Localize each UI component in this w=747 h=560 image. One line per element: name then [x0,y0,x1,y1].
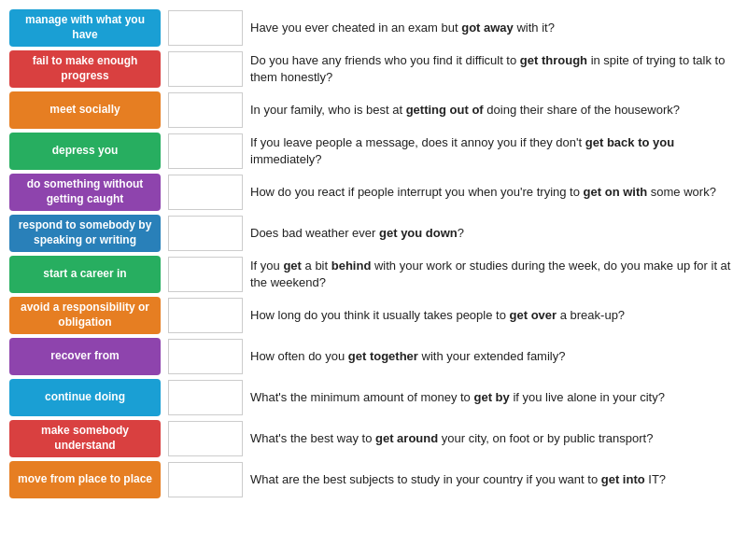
question-text-q12: What are the best subjects to study in y… [250,471,738,488]
question-text-q7: If you get a bit behind with your work o… [250,258,738,291]
label-avoid[interactable]: avoid a responsibility or obligation [9,297,161,334]
answer-input-q5[interactable] [168,175,243,210]
question-text-q1: Have you ever cheated in an exam but got… [250,20,738,36]
label-recover-from[interactable]: recover from [9,338,161,375]
answer-input-q12[interactable] [168,462,243,497]
question-text-q3: In your family, who is best at getting o… [250,102,738,119]
question-text-q11: What's the best way to get around your c… [250,430,738,447]
label-meet-socially[interactable]: meet socially [9,91,161,129]
question-row-q5: How do you react if people interrupt you… [168,174,738,211]
label-depress-you[interactable]: depress you [9,133,161,170]
question-row-q9: How often do you get together with your … [168,338,738,375]
label-fail-to-make[interactable]: fail to make enough progress [9,50,161,88]
label-continue-doing[interactable]: continue doing [9,379,161,416]
main-container: manage with what you havefail to make en… [9,9,738,498]
question-row-q1: Have you ever cheated in an exam but got… [168,9,738,47]
answer-input-q10[interactable] [168,380,243,415]
question-text-q9: How often do you get together with your … [250,348,738,365]
label-start-career[interactable]: start a career in [9,256,161,293]
question-row-q12: What are the best subjects to study in y… [168,461,738,498]
label-make-somebody[interactable]: make somebody understand [9,420,161,457]
questions-column: Have you ever cheated in an exam but got… [168,9,738,498]
question-row-q7: If you get a bit behind with your work o… [168,256,738,293]
answer-input-q3[interactable] [168,92,243,128]
label-move-from[interactable]: move from place to place [9,461,161,498]
question-text-q8: How long do you think it usually takes p… [250,307,738,324]
question-row-q2: Do you have any friends who you find it … [168,50,738,88]
labels-column: manage with what you havefail to make en… [9,9,161,498]
answer-input-q4[interactable] [168,133,243,169]
answer-input-q9[interactable] [168,339,243,374]
question-row-q6: Does bad weather ever get you down? [168,215,738,252]
question-row-q3: In your family, who is best at getting o… [168,91,738,129]
question-text-q10: What's the minimum amount of money to ge… [250,389,738,406]
question-text-q5: How do you react if people interrupt you… [250,184,738,201]
question-text-q4: If you leave people a message, does it a… [250,134,738,168]
question-text-q2: Do you have any friends who you find it … [250,52,738,86]
answer-input-q1[interactable] [168,10,243,46]
answer-input-q6[interactable] [168,216,243,251]
answer-input-q11[interactable] [168,421,243,456]
answer-input-q8[interactable] [168,298,243,333]
question-row-q4: If you leave people a message, does it a… [168,133,738,170]
question-row-q11: What's the best way to get around your c… [168,420,738,457]
label-do-something[interactable]: do something without getting caught [9,174,161,211]
label-respond-to[interactable]: respond to somebody by speaking or writi… [9,215,161,252]
question-text-q6: Does bad weather ever get you down? [250,225,738,242]
question-row-q8: How long do you think it usually takes p… [168,297,738,334]
label-manage-with[interactable]: manage with what you have [9,9,161,47]
answer-input-q2[interactable] [168,51,243,87]
answer-input-q7[interactable] [168,257,243,292]
question-row-q10: What's the minimum amount of money to ge… [168,379,738,416]
